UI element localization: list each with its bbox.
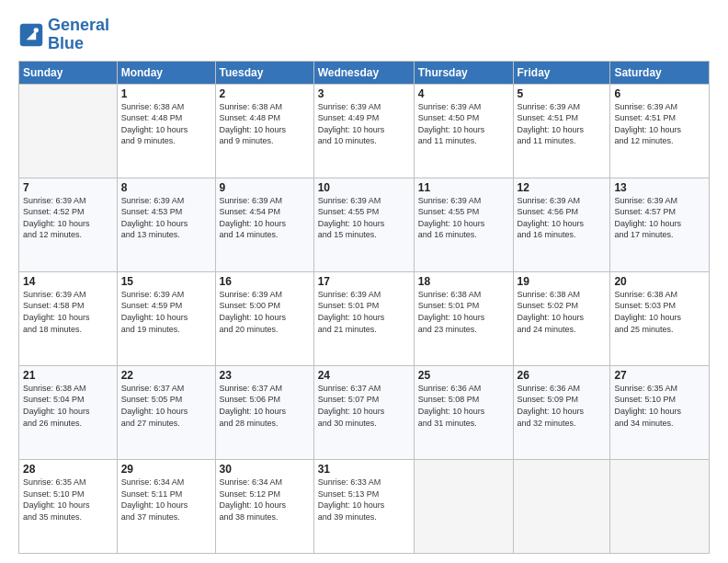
calendar-cell: 26Sunrise: 6:36 AM Sunset: 5:09 PM Dayli… <box>513 365 610 459</box>
calendar-table: SundayMondayTuesdayWednesdayThursdayFrid… <box>18 61 710 554</box>
day-info: Sunrise: 6:39 AM Sunset: 4:53 PM Dayligh… <box>121 195 211 241</box>
day-info: Sunrise: 6:36 AM Sunset: 5:09 PM Dayligh… <box>518 383 607 429</box>
calendar-cell: 9Sunrise: 6:39 AM Sunset: 4:54 PM Daylig… <box>215 178 313 271</box>
day-info: Sunrise: 6:38 AM Sunset: 5:01 PM Dayligh… <box>418 289 509 335</box>
calendar-cell: 6Sunrise: 6:39 AM Sunset: 4:51 PM Daylig… <box>610 84 710 178</box>
day-number: 2 <box>220 87 310 100</box>
day-number: 12 <box>518 181 607 194</box>
day-info: Sunrise: 6:39 AM Sunset: 4:55 PM Dayligh… <box>318 195 410 241</box>
day-info: Sunrise: 6:39 AM Sunset: 4:54 PM Dayligh… <box>220 195 310 241</box>
calendar-cell: 22Sunrise: 6:37 AM Sunset: 5:05 PM Dayli… <box>117 365 215 459</box>
logo: General Blue <box>18 17 109 53</box>
day-number: 11 <box>418 181 509 194</box>
week-row-4: 21Sunrise: 6:38 AM Sunset: 5:04 PM Dayli… <box>19 365 710 459</box>
day-header-sunday: Sunday <box>19 61 118 84</box>
day-info: Sunrise: 6:39 AM Sunset: 4:55 PM Dayligh… <box>418 195 509 241</box>
day-header-wednesday: Wednesday <box>313 61 414 84</box>
week-row-2: 7Sunrise: 6:39 AM Sunset: 4:52 PM Daylig… <box>19 178 710 271</box>
day-info: Sunrise: 6:33 AM Sunset: 5:13 PM Dayligh… <box>318 477 410 523</box>
day-info: Sunrise: 6:35 AM Sunset: 5:10 PM Dayligh… <box>614 383 705 429</box>
calendar-cell: 1Sunrise: 6:38 AM Sunset: 4:48 PM Daylig… <box>117 84 215 178</box>
calendar-cell: 29Sunrise: 6:34 AM Sunset: 5:11 PM Dayli… <box>117 459 215 553</box>
day-number: 13 <box>614 181 705 194</box>
calendar-cell: 8Sunrise: 6:39 AM Sunset: 4:53 PM Daylig… <box>117 178 215 271</box>
day-info: Sunrise: 6:37 AM Sunset: 5:06 PM Dayligh… <box>220 383 310 429</box>
day-number: 9 <box>220 181 310 194</box>
calendar-cell: 30Sunrise: 6:34 AM Sunset: 5:12 PM Dayli… <box>215 459 313 553</box>
day-info: Sunrise: 6:38 AM Sunset: 4:48 PM Dayligh… <box>121 101 211 147</box>
day-number: 30 <box>220 463 310 476</box>
calendar-cell <box>19 84 118 178</box>
calendar-cell: 28Sunrise: 6:35 AM Sunset: 5:10 PM Dayli… <box>19 459 118 553</box>
day-info: Sunrise: 6:34 AM Sunset: 5:11 PM Dayligh… <box>121 477 211 523</box>
calendar-cell <box>513 459 610 553</box>
calendar-cell <box>414 459 513 553</box>
calendar-cell: 5Sunrise: 6:39 AM Sunset: 4:51 PM Daylig… <box>513 84 610 178</box>
week-row-5: 28Sunrise: 6:35 AM Sunset: 5:10 PM Dayli… <box>19 459 710 553</box>
day-info: Sunrise: 6:39 AM Sunset: 4:57 PM Dayligh… <box>614 195 705 241</box>
day-header-saturday: Saturday <box>610 61 710 84</box>
day-info: Sunrise: 6:38 AM Sunset: 5:02 PM Dayligh… <box>518 289 607 335</box>
day-info: Sunrise: 6:39 AM Sunset: 4:52 PM Dayligh… <box>23 195 113 241</box>
calendar-cell: 16Sunrise: 6:39 AM Sunset: 5:00 PM Dayli… <box>215 271 313 365</box>
day-number: 16 <box>220 275 310 288</box>
day-info: Sunrise: 6:38 AM Sunset: 5:04 PM Dayligh… <box>23 383 113 429</box>
logo-text: General Blue <box>48 17 109 53</box>
calendar-cell <box>610 459 710 553</box>
calendar-cell: 13Sunrise: 6:39 AM Sunset: 4:57 PM Dayli… <box>610 178 710 271</box>
calendar-cell: 11Sunrise: 6:39 AM Sunset: 4:55 PM Dayli… <box>414 178 513 271</box>
day-number: 27 <box>614 369 705 382</box>
day-number: 22 <box>121 369 211 382</box>
day-header-monday: Monday <box>117 61 215 84</box>
day-number: 19 <box>518 275 607 288</box>
header: General Blue <box>18 17 710 53</box>
logo-icon <box>18 22 44 48</box>
day-number: 4 <box>418 87 509 100</box>
day-number: 8 <box>121 181 211 194</box>
week-row-3: 14Sunrise: 6:39 AM Sunset: 4:58 PM Dayli… <box>19 271 710 365</box>
calendar-cell: 15Sunrise: 6:39 AM Sunset: 4:59 PM Dayli… <box>117 271 215 365</box>
day-number: 14 <box>23 275 113 288</box>
day-number: 26 <box>518 369 607 382</box>
day-info: Sunrise: 6:34 AM Sunset: 5:12 PM Dayligh… <box>220 477 310 523</box>
day-number: 17 <box>318 275 410 288</box>
day-number: 3 <box>318 87 410 100</box>
day-number: 15 <box>121 275 211 288</box>
day-number: 6 <box>614 87 705 100</box>
calendar-cell: 24Sunrise: 6:37 AM Sunset: 5:07 PM Dayli… <box>313 365 414 459</box>
day-info: Sunrise: 6:37 AM Sunset: 5:07 PM Dayligh… <box>318 383 410 429</box>
calendar-cell: 12Sunrise: 6:39 AM Sunset: 4:56 PM Dayli… <box>513 178 610 271</box>
day-number: 23 <box>220 369 310 382</box>
day-info: Sunrise: 6:39 AM Sunset: 4:58 PM Dayligh… <box>23 289 113 335</box>
day-number: 20 <box>614 275 705 288</box>
day-number: 7 <box>23 181 113 194</box>
day-info: Sunrise: 6:39 AM Sunset: 4:50 PM Dayligh… <box>418 101 509 147</box>
day-number: 25 <box>418 369 509 382</box>
day-header-tuesday: Tuesday <box>215 61 313 84</box>
day-header-friday: Friday <box>513 61 610 84</box>
day-info: Sunrise: 6:35 AM Sunset: 5:10 PM Dayligh… <box>23 477 113 523</box>
calendar-cell: 3Sunrise: 6:39 AM Sunset: 4:49 PM Daylig… <box>313 84 414 178</box>
day-number: 18 <box>418 275 509 288</box>
day-info: Sunrise: 6:39 AM Sunset: 4:51 PM Dayligh… <box>614 101 705 147</box>
day-info: Sunrise: 6:39 AM Sunset: 5:01 PM Dayligh… <box>318 289 410 335</box>
day-number: 5 <box>518 87 607 100</box>
calendar-cell: 17Sunrise: 6:39 AM Sunset: 5:01 PM Dayli… <box>313 271 414 365</box>
calendar-cell: 21Sunrise: 6:38 AM Sunset: 5:04 PM Dayli… <box>19 365 118 459</box>
day-number: 10 <box>318 181 410 194</box>
svg-point-2 <box>34 28 39 32</box>
calendar-cell: 20Sunrise: 6:38 AM Sunset: 5:03 PM Dayli… <box>610 271 710 365</box>
day-info: Sunrise: 6:39 AM Sunset: 5:00 PM Dayligh… <box>220 289 310 335</box>
day-info: Sunrise: 6:37 AM Sunset: 5:05 PM Dayligh… <box>121 383 211 429</box>
calendar-cell: 18Sunrise: 6:38 AM Sunset: 5:01 PM Dayli… <box>414 271 513 365</box>
calendar-cell: 10Sunrise: 6:39 AM Sunset: 4:55 PM Dayli… <box>313 178 414 271</box>
day-info: Sunrise: 6:39 AM Sunset: 4:49 PM Dayligh… <box>318 101 410 147</box>
calendar-cell: 31Sunrise: 6:33 AM Sunset: 5:13 PM Dayli… <box>313 459 414 553</box>
day-info: Sunrise: 6:38 AM Sunset: 5:03 PM Dayligh… <box>614 289 705 335</box>
calendar-cell: 27Sunrise: 6:35 AM Sunset: 5:10 PM Dayli… <box>610 365 710 459</box>
calendar-header-row: SundayMondayTuesdayWednesdayThursdayFrid… <box>19 61 710 84</box>
calendar-cell: 25Sunrise: 6:36 AM Sunset: 5:08 PM Dayli… <box>414 365 513 459</box>
day-info: Sunrise: 6:38 AM Sunset: 4:48 PM Dayligh… <box>220 101 310 147</box>
calendar-cell: 7Sunrise: 6:39 AM Sunset: 4:52 PM Daylig… <box>19 178 118 271</box>
day-number: 24 <box>318 369 410 382</box>
